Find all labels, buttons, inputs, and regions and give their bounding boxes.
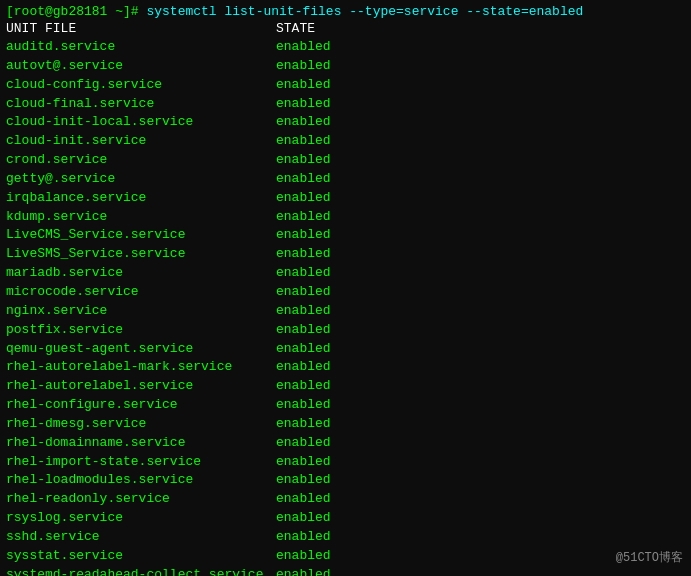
table-row: LiveCMS_Service.serviceenabled (6, 226, 685, 245)
service-state: enabled (276, 113, 331, 132)
table-row: autovt@.serviceenabled (6, 57, 685, 76)
service-state: enabled (276, 434, 331, 453)
table-row: rhel-readonly.serviceenabled (6, 490, 685, 509)
service-name: nginx.service (6, 302, 276, 321)
service-state: enabled (276, 528, 331, 547)
command-line: [root@gb28181 ~]# systemctl list-unit-fi… (6, 4, 685, 19)
service-name: rhel-dmesg.service (6, 415, 276, 434)
service-state: enabled (276, 490, 331, 509)
service-name: crond.service (6, 151, 276, 170)
service-name: mariadb.service (6, 264, 276, 283)
table-row: nginx.serviceenabled (6, 302, 685, 321)
table-row: rhel-loadmodules.serviceenabled (6, 471, 685, 490)
service-name: rhel-readonly.service (6, 490, 276, 509)
service-state: enabled (276, 189, 331, 208)
header-state: STATE (276, 21, 315, 36)
service-state: enabled (276, 415, 331, 434)
table-row: auditd.serviceenabled (6, 38, 685, 57)
service-state: enabled (276, 95, 331, 114)
service-name: rhel-loadmodules.service (6, 471, 276, 490)
table-row: rhel-configure.serviceenabled (6, 396, 685, 415)
service-name: LiveSMS_Service.service (6, 245, 276, 264)
service-name: sysstat.service (6, 547, 276, 566)
service-name: autovt@.service (6, 57, 276, 76)
prompt: [root@gb28181 ~]# (6, 4, 139, 19)
service-state: enabled (276, 57, 331, 76)
service-state: enabled (276, 509, 331, 528)
service-name: rsyslog.service (6, 509, 276, 528)
service-name: LiveCMS_Service.service (6, 226, 276, 245)
service-name: kdump.service (6, 208, 276, 227)
service-state: enabled (276, 208, 331, 227)
service-name: rhel-import-state.service (6, 453, 276, 472)
service-state: enabled (276, 547, 331, 566)
service-state: enabled (276, 151, 331, 170)
service-state: enabled (276, 377, 331, 396)
service-name: auditd.service (6, 38, 276, 57)
service-state: enabled (276, 226, 331, 245)
service-state: enabled (276, 76, 331, 95)
service-name: cloud-init-local.service (6, 113, 276, 132)
table-row: crond.serviceenabled (6, 151, 685, 170)
terminal-window: [root@gb28181 ~]# systemctl list-unit-fi… (0, 0, 691, 576)
service-name: rhel-configure.service (6, 396, 276, 415)
service-state: enabled (276, 38, 331, 57)
table-header: UNIT FILE STATE (6, 21, 685, 36)
table-row: rhel-domainname.serviceenabled (6, 434, 685, 453)
service-list: auditd.serviceenabledautovt@.serviceenab… (6, 38, 685, 576)
table-row: kdump.serviceenabled (6, 208, 685, 227)
table-row: cloud-init-local.serviceenabled (6, 113, 685, 132)
watermark: @51CTO博客 (616, 549, 683, 566)
table-row: rhel-autorelabel.serviceenabled (6, 377, 685, 396)
service-name: rhel-autorelabel.service (6, 377, 276, 396)
service-name: qemu-guest-agent.service (6, 340, 276, 359)
command-text: systemctl list-unit-files --type=service… (139, 4, 584, 19)
service-state: enabled (276, 566, 331, 576)
service-name: microcode.service (6, 283, 276, 302)
service-name: sshd.service (6, 528, 276, 547)
table-row: sysstat.serviceenabled (6, 547, 685, 566)
service-name: cloud-final.service (6, 95, 276, 114)
table-row: qemu-guest-agent.serviceenabled (6, 340, 685, 359)
table-row: LiveSMS_Service.serviceenabled (6, 245, 685, 264)
service-name: cloud-init.service (6, 132, 276, 151)
service-state: enabled (276, 302, 331, 321)
service-state: enabled (276, 340, 331, 359)
service-name: irqbalance.service (6, 189, 276, 208)
table-row: cloud-config.serviceenabled (6, 76, 685, 95)
table-row: sshd.serviceenabled (6, 528, 685, 547)
header-unit-file: UNIT FILE (6, 21, 276, 36)
service-state: enabled (276, 170, 331, 189)
table-row: cloud-init.serviceenabled (6, 132, 685, 151)
table-row: microcode.serviceenabled (6, 283, 685, 302)
service-name: rhel-domainname.service (6, 434, 276, 453)
table-row: mariadb.serviceenabled (6, 264, 685, 283)
service-state: enabled (276, 264, 331, 283)
table-row: cloud-final.serviceenabled (6, 95, 685, 114)
service-name: getty@.service (6, 170, 276, 189)
service-state: enabled (276, 132, 331, 151)
service-state: enabled (276, 358, 331, 377)
table-row: irqbalance.serviceenabled (6, 189, 685, 208)
service-name: cloud-config.service (6, 76, 276, 95)
table-row: rhel-import-state.serviceenabled (6, 453, 685, 472)
table-row: rhel-dmesg.serviceenabled (6, 415, 685, 434)
service-state: enabled (276, 245, 331, 264)
table-row: rsyslog.serviceenabled (6, 509, 685, 528)
service-state: enabled (276, 453, 331, 472)
service-state: enabled (276, 471, 331, 490)
service-name: rhel-autorelabel-mark.service (6, 358, 276, 377)
table-row: postfix.serviceenabled (6, 321, 685, 340)
table-row: systemd-readahead-collect.serviceenabled (6, 566, 685, 576)
table-row: getty@.serviceenabled (6, 170, 685, 189)
service-state: enabled (276, 321, 331, 340)
service-state: enabled (276, 396, 331, 415)
service-name: postfix.service (6, 321, 276, 340)
table-row: rhel-autorelabel-mark.serviceenabled (6, 358, 685, 377)
service-state: enabled (276, 283, 331, 302)
service-name: systemd-readahead-collect.service (6, 566, 276, 576)
